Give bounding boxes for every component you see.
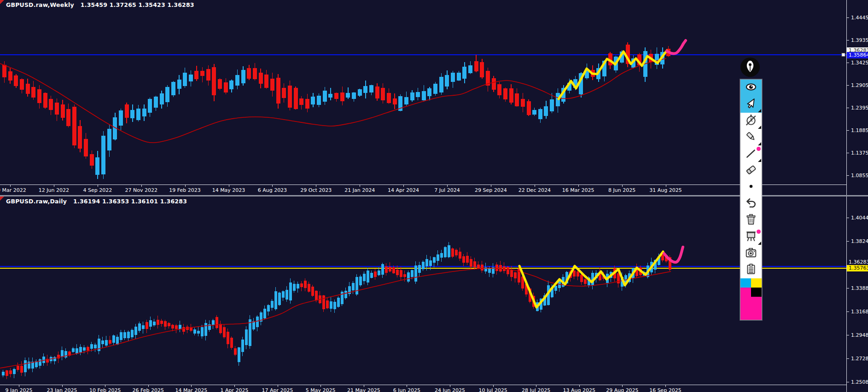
- time-axis-tick: [622, 385, 623, 387]
- time-axis-tick: [665, 385, 666, 387]
- tool-line-tool-button[interactable]: [740, 146, 762, 162]
- weekly-blue-line-price-tag: 1.35864: [847, 52, 868, 58]
- weekly-chart-title: GBPUSD.raw,Weekly 1.35459 1.37265 1.3542…: [6, 1, 194, 8]
- weekly-price-scale[interactable]: 1.36283 1.35864 1.444551.393551.342551.2…: [846, 0, 868, 195]
- price-axis-tick: [847, 382, 849, 382]
- time-axis-tick: [316, 185, 316, 187]
- y-axis-label: 1.31687: [851, 309, 868, 315]
- weekly-symbol-label: GBPUSD.raw,Weekly: [6, 1, 74, 8]
- tool-eraser-tool-button[interactable]: [740, 162, 762, 179]
- tool-select-tool-button[interactable]: [740, 96, 762, 113]
- x-axis-label: 12 Jun 2022: [39, 187, 69, 193]
- daily-time-axis[interactable]: 9 Jan 202523 Jan 202510 Feb 202526 Feb 2…: [0, 385, 846, 392]
- tool-clipboard-button[interactable]: [740, 262, 762, 278]
- tool-screenshot-button[interactable]: [740, 245, 762, 262]
- daily-candlestick-plot[interactable]: [0, 196, 846, 392]
- time-axis-tick: [578, 185, 579, 187]
- daily-chart-window[interactable]: GBPUSD.raw,Daily 1.36194 1.36353 1.36101…: [0, 196, 868, 392]
- palette-color-swatch[interactable]: [740, 278, 751, 288]
- y-axis-label: 1.33887: [851, 285, 868, 291]
- price-axis-tick: [847, 130, 849, 131]
- daily-yellow-line-price-tag: 1.35763: [847, 265, 868, 271]
- submenu-corner-icon: [758, 159, 761, 162]
- tool-undo-button[interactable]: [740, 196, 762, 212]
- price-axis-tick: [847, 85, 849, 86]
- palette-color-swatch[interactable]: [751, 288, 762, 297]
- weekly-chart-window[interactable]: GBPUSD.raw,Weekly 1.35459 1.37265 1.3542…: [0, 0, 868, 195]
- y-axis-label: 1.44455: [851, 15, 868, 21]
- chart-shift-marker-icon: [0, 196, 4, 201]
- line-icon: [745, 147, 757, 161]
- price-axis-tick: [847, 311, 849, 312]
- annotation-toolbar: [740, 79, 762, 320]
- eraser-icon: [745, 164, 757, 178]
- tool-show-hide-drawings-button[interactable]: [740, 80, 762, 96]
- y-axis-label: 1.27287: [851, 356, 868, 362]
- y-axis-label: 1.29487: [851, 332, 868, 338]
- x-axis-label: 5 May 2025: [306, 387, 336, 392]
- x-axis-label: 29 Sep 2024: [475, 187, 507, 193]
- tool-pen-size-point-button[interactable]: [740, 179, 762, 196]
- palette-color-swatch[interactable]: [740, 288, 751, 297]
- x-axis-label: 14 Mar 2025: [175, 387, 208, 392]
- weekly-time-axis[interactable]: 20 Mar 202212 Jun 20224 Sep 202227 Nov 2…: [0, 184, 846, 195]
- price-axis-tick: [847, 17, 849, 18]
- tool-whiteboard-button[interactable]: [740, 229, 762, 245]
- time-axis-tick: [407, 385, 407, 387]
- x-axis-label: 20 Mar 2022: [0, 187, 26, 193]
- x-axis-label: 16 Sep 2025: [649, 387, 682, 392]
- y-axis-label: 1.18855: [851, 127, 868, 133]
- price-axis-tick: [847, 358, 849, 359]
- window-separator[interactable]: [0, 195, 868, 196]
- color-indicator-dot: [757, 230, 761, 234]
- price-axis-tick: [847, 108, 849, 108]
- time-axis-tick: [54, 185, 54, 187]
- time-axis-tick: [62, 385, 63, 387]
- time-axis-tick: [105, 385, 105, 387]
- x-axis-label: 26 Feb 2025: [133, 387, 164, 392]
- x-axis-label: 29 Oct 2023: [300, 187, 332, 193]
- time-axis-tick: [536, 385, 536, 387]
- x-axis-label: 23 Jan 2025: [47, 387, 77, 392]
- time-axis-tick: [403, 185, 404, 187]
- tool-clear-all-button[interactable]: [740, 212, 762, 229]
- tool-timer-disabled-button[interactable]: [740, 113, 762, 129]
- submenu-corner-icon: [758, 126, 761, 129]
- x-axis-label: 6 Aug 2023: [258, 187, 287, 193]
- active-color-swatch[interactable]: [740, 297, 762, 320]
- x-axis-label: 6 Jun 2025: [393, 387, 420, 392]
- time-axis-tick: [364, 385, 364, 387]
- x-axis-label: 19 Feb 2023: [169, 187, 200, 193]
- color-palette: [740, 278, 762, 297]
- tool-highlighter-tool-button[interactable]: [740, 129, 762, 146]
- time-axis-tick: [234, 385, 235, 387]
- y-axis-label: 1.29055: [851, 82, 868, 88]
- x-axis-label: 4 Sep 2022: [83, 187, 112, 193]
- daily-price-scale[interactable]: 1.36283 1.35763 1.404471.382471.338871.3…: [846, 196, 868, 392]
- daily-chart-title: GBPUSD.raw,Daily 1.36194 1.36353 1.36101…: [6, 198, 187, 205]
- daily-ohlc-readout: 1.36194 1.36353 1.36101 1.36283: [73, 198, 187, 205]
- price-axis-tick: [847, 175, 849, 176]
- x-axis-label: 8 Jun 2025: [608, 187, 635, 193]
- time-axis-tick: [98, 185, 98, 187]
- time-axis-tick: [535, 185, 535, 187]
- trash-icon: [745, 213, 757, 227]
- palette-color-swatch[interactable]: [751, 278, 762, 288]
- time-axis-tick: [10, 185, 11, 187]
- easel-icon: [745, 230, 757, 244]
- x-axis-label: 28 Jul 2025: [522, 387, 550, 392]
- pen-tool-launcher[interactable]: [740, 58, 760, 77]
- time-axis-tick: [450, 385, 450, 387]
- time-axis-tick: [185, 185, 186, 187]
- x-axis-label: 10 Feb 2025: [89, 387, 121, 392]
- chart-shift-marker-icon: [0, 0, 4, 4]
- candles: [2, 42, 670, 179]
- submenu-corner-icon: [758, 242, 761, 245]
- cursor-icon: [745, 98, 757, 111]
- x-axis-label: 14 May 2023: [212, 187, 245, 193]
- weekly-candlestick-plot[interactable]: [0, 0, 846, 195]
- price-axis-tick: [847, 288, 849, 288]
- x-axis-label: 17 Apr 2025: [262, 387, 293, 392]
- x-axis-label: 22 Dec 2024: [518, 187, 551, 193]
- x-axis-label: 7 Jul 2024: [434, 187, 460, 193]
